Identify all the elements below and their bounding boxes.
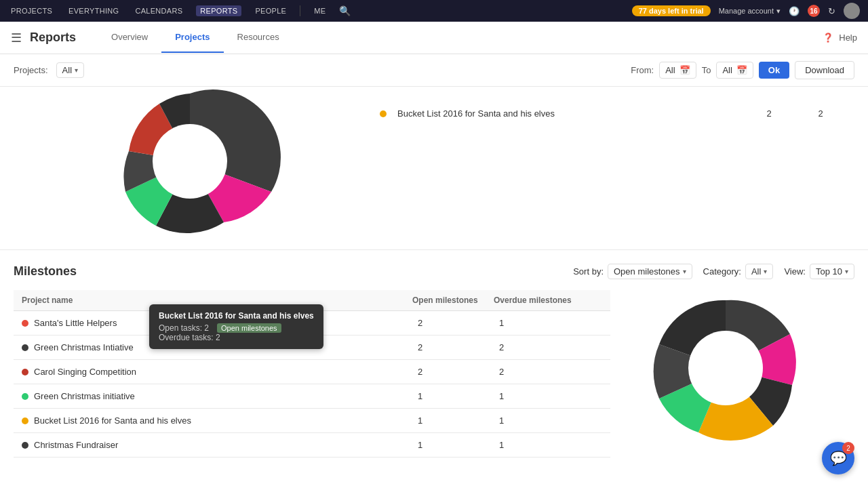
tooltip: Bucket List 2016 for Santa and his elves… xyxy=(149,304,323,349)
bucket-name: Bucket List 2016 for Santa and his elves xyxy=(397,108,738,119)
view-select[interactable]: Top 10 ▾ xyxy=(810,264,854,279)
project-cell: Carol Singing Competition xyxy=(22,367,412,377)
top-section: Bucket List 2016 for Santa and his elves… xyxy=(0,87,868,250)
chevron-down-icon: ▾ xyxy=(75,66,78,74)
help-button[interactable]: ❓ Help xyxy=(823,33,857,43)
svg-point-1 xyxy=(688,331,763,405)
clock-icon[interactable]: 🕐 xyxy=(789,6,800,16)
left-chart xyxy=(14,87,366,236)
milestones-title: Milestones xyxy=(14,264,77,279)
nav-me[interactable]: ME xyxy=(311,5,328,16)
app-header: ☰ Reports Overview Projects Resources ❓ … xyxy=(0,22,868,54)
chevron-down-icon: ▾ xyxy=(776,7,781,16)
category-label: Category: xyxy=(703,266,741,277)
chat-bubble[interactable]: 💬 2 xyxy=(822,442,854,471)
right-chart xyxy=(624,290,854,458)
sort-select[interactable]: Open milestones ▾ xyxy=(608,264,692,279)
table-row[interactable]: Carol Singing Competition 2 2 xyxy=(14,360,610,384)
milestones-section: Milestones Sort by: Open milestones ▾ Ca… xyxy=(0,250,868,471)
tooltip-title: Bucket List 2016 for Santa and his elves xyxy=(159,311,314,321)
tab-resources[interactable]: Resources xyxy=(224,22,293,53)
projects-label: Projects: xyxy=(14,65,48,75)
view-label: View: xyxy=(784,266,806,277)
nav-projects[interactable]: PROJECTS xyxy=(8,5,55,16)
tooltip-open: Open tasks: 2 Open milestones xyxy=(159,323,314,333)
table-row[interactable]: Green Christmas initiative 1 1 xyxy=(14,384,610,409)
to-label: To xyxy=(702,65,711,75)
date-range: From: All 📅 To All 📅 Ok Download xyxy=(631,61,854,79)
bucket-open: 2 xyxy=(749,108,789,119)
refresh-icon[interactable]: ↻ xyxy=(828,6,835,16)
overdue-count: 1 xyxy=(494,318,602,328)
milestones-table: Project name Open milestones Overdue mil… xyxy=(14,290,610,458)
chevron-down-icon: ▾ xyxy=(845,268,848,275)
chevron-down-icon: ▾ xyxy=(683,268,686,275)
overdue-count: 2 xyxy=(494,342,602,352)
help-icon: ❓ xyxy=(823,33,833,43)
to-date-input[interactable]: All 📅 xyxy=(716,62,753,79)
bucket-list-row: Bucket List 2016 for Santa and his elves… xyxy=(380,100,841,127)
proj-name: Christmas Fundraiser xyxy=(34,440,118,450)
nav-calendars[interactable]: CALENDARS xyxy=(132,5,185,16)
proj-name: Carol Singing Competition xyxy=(34,367,136,377)
notification-badge[interactable]: 16 xyxy=(808,5,820,17)
hamburger-icon[interactable]: ☰ xyxy=(11,30,22,45)
main-content: Bucket List 2016 for Santa and his elves… xyxy=(0,87,868,471)
nav-everything[interactable]: EVERYTHING xyxy=(66,5,121,16)
ok-button[interactable]: Ok xyxy=(759,62,789,79)
proj-dot xyxy=(22,344,28,351)
tooltip-badge: Open milestones xyxy=(217,323,281,333)
manage-account[interactable]: Manage account ▾ xyxy=(719,7,781,16)
table-row[interactable]: Santa's Little Helpers 2 1 Bucket List 2… xyxy=(14,311,610,336)
nav-reports[interactable]: REPORTS xyxy=(196,5,241,16)
category-select[interactable]: All ▾ xyxy=(745,264,773,279)
project-cell: Green Christmas initiative xyxy=(22,391,412,401)
proj-dot xyxy=(22,418,28,424)
overdue-count: 1 xyxy=(494,440,602,450)
proj-dot xyxy=(22,320,28,327)
proj-dot xyxy=(22,393,28,400)
proj-name: Bucket List 2016 for Santa and his elves xyxy=(34,415,191,426)
open-count: 1 xyxy=(412,440,494,450)
milestones-controls: Sort by: Open milestones ▾ Category: All… xyxy=(573,264,854,279)
download-button[interactable]: Download xyxy=(795,61,854,79)
tab-projects[interactable]: Projects xyxy=(161,22,223,53)
table-row[interactable]: Bucket List 2016 for Santa and his elves… xyxy=(14,409,610,433)
sort-by-label: Sort by: xyxy=(573,266,604,277)
project-cell: Bucket List 2016 for Santa and his elves xyxy=(22,415,412,426)
top-nav: PROJECTS EVERYTHING CALENDARS REPORTS PE… xyxy=(0,0,868,22)
milestones-body: Project name Open milestones Overdue mil… xyxy=(14,290,854,458)
proj-dot xyxy=(22,442,28,449)
chat-badge: 2 xyxy=(842,442,854,454)
trial-badge: 77 days left in trial xyxy=(632,5,711,16)
bucket-overdue: 2 xyxy=(800,108,841,119)
nav-divider xyxy=(300,5,300,16)
from-label: From: xyxy=(631,65,654,75)
open-count: 2 xyxy=(412,318,494,328)
calendar-icon: 📅 xyxy=(679,65,690,75)
chevron-down-icon: ▾ xyxy=(764,268,767,275)
open-count: 1 xyxy=(412,391,494,401)
proj-name: Green Christmas Intiative xyxy=(34,342,134,352)
overdue-count: 1 xyxy=(494,415,602,426)
search-icon[interactable]: 🔍 xyxy=(339,5,351,16)
col-open-milestones: Open milestones xyxy=(412,296,494,305)
projects-select[interactable]: All ▾ xyxy=(56,62,84,78)
category-by: Category: All ▾ xyxy=(703,264,774,279)
table-row[interactable]: Christmas Fundraiser 1 1 xyxy=(14,433,610,458)
sort-by: Sort by: Open milestones ▾ xyxy=(573,264,692,279)
bucket-dot xyxy=(380,110,387,117)
avatar[interactable] xyxy=(844,3,860,19)
from-date-input[interactable]: All 📅 xyxy=(659,62,696,79)
tab-overview[interactable]: Overview xyxy=(98,22,161,53)
open-count: 2 xyxy=(412,342,494,352)
proj-name: Green Christmas initiative xyxy=(34,391,135,401)
open-count: 2 xyxy=(412,367,494,377)
top-nav-right: 77 days left in trial Manage account ▾ 🕐… xyxy=(632,3,860,19)
nav-people[interactable]: PEOPLE xyxy=(252,5,289,16)
calendar-icon: 📅 xyxy=(736,65,747,75)
chart-right: Bucket List 2016 for Santa and his elves… xyxy=(366,87,854,236)
view-by: View: Top 10 ▾ xyxy=(784,264,854,279)
open-count: 1 xyxy=(412,415,494,426)
app-title: Reports xyxy=(30,30,76,45)
